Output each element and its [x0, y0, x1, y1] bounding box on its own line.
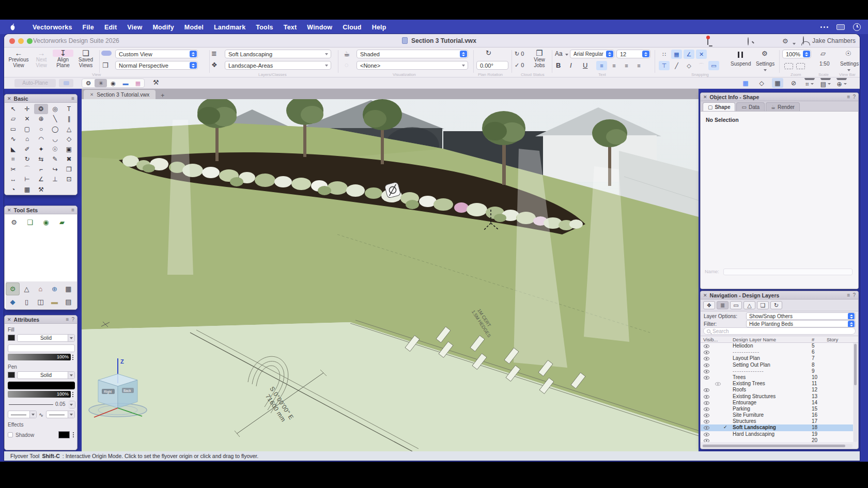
grid-icon[interactable]: ▦ — [772, 78, 783, 88]
column-name[interactable]: Design Layer Name — [733, 337, 776, 342]
visibility-eye-icon[interactable] — [704, 395, 709, 399]
close-window-button[interactable] — [9, 38, 15, 44]
locus-tool[interactable]: ✕ — [20, 114, 34, 124]
new-tab-button[interactable]: + — [161, 92, 164, 99]
menu-item[interactable]: Model — [179, 24, 209, 31]
layer-options-select[interactable]: Show/Snap Others — [746, 312, 856, 320]
3d-model-icon[interactable]: ◇ — [756, 78, 767, 88]
fillet-tool[interactable]: ⌒ — [20, 164, 34, 175]
chamfer-tool[interactable]: ⌐ — [34, 164, 48, 175]
view-bar-settings-button[interactable]: Settings — [840, 61, 859, 67]
snap-to-distance-icon[interactable]: ◇ — [684, 61, 694, 70]
minimize-window-button[interactable] — [18, 38, 24, 44]
truss-toolset[interactable]: ▤ — [61, 295, 75, 308]
close-icon[interactable]: ✕ — [7, 317, 11, 322]
layer-row[interactable]: Existing Trees 11 — [701, 381, 853, 387]
menu-item[interactable]: Landmark — [209, 24, 251, 31]
cube-back-label[interactable]: Back — [123, 389, 131, 392]
regular-polygon-tool[interactable]: ◇ — [62, 134, 76, 145]
visibility-tool[interactable]: ☉ — [48, 144, 62, 154]
triangle-tool[interactable]: ◣ — [6, 144, 20, 154]
resource-cart-icon[interactable]: ⌗ — [804, 78, 815, 88]
visibility-eye-icon[interactable] — [704, 376, 709, 380]
terrain-toolset[interactable]: △ — [20, 282, 34, 295]
visibility-eye-icon[interactable] — [704, 407, 709, 411]
font-size-select[interactable]: 12 — [616, 50, 650, 58]
tab-render[interactable]: ☕Render — [766, 102, 800, 111]
layers-icon[interactable]: ≣ — [211, 50, 217, 57]
column-story[interactable]: Story — [827, 337, 838, 342]
render-teapot-icon[interactable]: ☕ — [344, 50, 350, 57]
layer-row[interactable]: Layout Plan 7 — [701, 355, 853, 361]
visibility-eye-icon[interactable] — [704, 388, 709, 392]
angle-dimension-tool[interactable]: ∠ — [34, 175, 48, 185]
column-visibility[interactable]: Visib... — [703, 337, 718, 342]
next-view-button[interactable]: →Next View — [31, 50, 52, 68]
visibility-eye-icon[interactable] — [704, 414, 709, 417]
snap-to-object-icon[interactable]: ⊤ — [659, 61, 670, 70]
working-plane-tool[interactable]: ⊥ — [48, 175, 62, 185]
italic-button[interactable]: I — [570, 62, 572, 69]
menu-icon[interactable]: ≡ — [71, 96, 74, 101]
shadow-checkbox[interactable] — [8, 432, 13, 437]
layer-row[interactable]: Trees 10 — [701, 374, 853, 381]
disable-snapping-icon[interactable]: ⊘ — [788, 78, 799, 88]
misc-toolset[interactable]: ▭ — [6, 308, 20, 310]
visibility-eye-icon[interactable] — [704, 370, 709, 373]
plant-tool[interactable]: ◉ — [39, 216, 53, 228]
menu-icon[interactable]: ≡ — [847, 94, 850, 100]
close-icon[interactable]: ✕ — [7, 96, 11, 101]
trim-tool[interactable]: ✂ — [6, 164, 20, 175]
dropdown-button[interactable] — [803, 51, 810, 57]
previous-view-button[interactable]: ←Previous View — [7, 50, 30, 68]
frame-tool[interactable]: ▦ — [20, 184, 34, 195]
rounded-rectangle-tool[interactable]: ▢ — [20, 124, 34, 134]
pen-opacity-slider[interactable]: 100% — [8, 391, 71, 398]
pan-tool[interactable]: ✛ — [20, 104, 34, 114]
globe-toolset[interactable]: ⊕ — [48, 282, 61, 295]
layer-row[interactable]: Site Furniture 16 — [701, 412, 853, 418]
fit-to-objects-icon[interactable] — [784, 62, 808, 71]
interactive-origin-mode[interactable]: ✳ — [95, 79, 107, 87]
menu-item[interactable]: Window — [302, 24, 337, 31]
notifications-icon[interactable] — [707, 38, 708, 45]
camera-toolset[interactable]: ◫ — [34, 295, 48, 308]
display-icon[interactable] — [836, 24, 845, 30]
rectangle-tool[interactable]: ▭ — [6, 124, 20, 134]
smart-points-icon[interactable]: ⌒ — [696, 61, 707, 70]
visibility-eye-icon[interactable] — [704, 439, 709, 442]
help-icon[interactable]: ? — [71, 317, 74, 322]
polygon-tool[interactable]: △ — [62, 124, 76, 134]
menu-icon[interactable]: ≡ — [71, 207, 74, 213]
visibility-eye-icon[interactable] — [715, 382, 721, 386]
align-left-icon[interactable]: ≡ — [596, 61, 607, 70]
help-icon[interactable]: ? — [853, 292, 856, 298]
menu-item[interactable]: Text — [278, 24, 302, 31]
layer-row[interactable]: Entourage 14 — [701, 400, 853, 406]
visibility-eye-icon[interactable] — [704, 357, 709, 360]
dropdown-button[interactable] — [606, 51, 613, 57]
line-weight-select[interactable] — [69, 401, 75, 408]
text-tool[interactable]: T — [62, 104, 76, 114]
dropdown-button[interactable] — [190, 62, 197, 69]
document-tab[interactable]: ✕ Section 3 Tutorial.vwx — [84, 90, 156, 99]
dropdown-button[interactable] — [848, 313, 855, 320]
active-class-select[interactable]: Landscape-Areas — [225, 61, 331, 70]
ground-plane-mode[interactable]: ▦ — [132, 79, 144, 87]
attribute-mapping-tool[interactable]: ⚒ — [34, 184, 48, 195]
menu-item[interactable]: Modify — [147, 24, 179, 31]
shadow-color-swatch[interactable] — [58, 431, 70, 438]
oval-tool[interactable]: ◯ — [48, 124, 62, 134]
layer-row[interactable]: Parking 15 — [701, 406, 853, 412]
background-render-select[interactable]: <None> — [357, 61, 468, 70]
eyedropper-tool[interactable]: ✐ — [20, 144, 34, 154]
search-input[interactable]: Search — [703, 327, 856, 335]
worksheets-icon[interactable]: ▦ — [740, 78, 751, 88]
tab-shape[interactable]: ▢Shape — [703, 102, 735, 111]
cube-right-label[interactable]: Right — [104, 390, 112, 394]
clock-icon[interactable] — [853, 23, 861, 31]
user-avatar-icon[interactable] — [803, 37, 804, 44]
building-toolset[interactable]: ⌂ — [34, 282, 48, 295]
projection-icon[interactable]: ❒ — [102, 62, 109, 69]
shadow-options-icon[interactable] — [72, 431, 74, 438]
